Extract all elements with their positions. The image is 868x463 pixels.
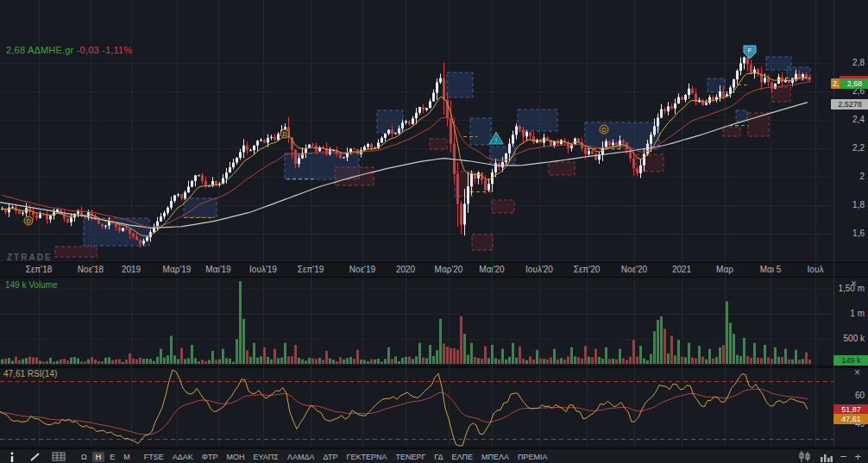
rsi-tick-label: 60 [855,391,865,400]
price-tick-label: 2,8 [852,58,865,67]
x-axis-label: 2021 [672,265,692,274]
x-axis-label: Μαρ [716,265,733,274]
table-grid-icon[interactable] [51,450,66,463]
x-axis-label: Μαι'20 [479,265,505,274]
dividend-marker[interactable]: D [280,129,289,138]
svg-text:D: D [26,218,30,224]
x-axis-label: Νοε'18 [78,265,104,274]
support-zone [430,139,447,149]
resistance-zone [736,110,747,122]
price-tick-label: 2 [859,172,865,181]
ticker-button-ΔΤΡ[interactable]: ΔΤΡ [319,452,341,462]
svg-text:F: F [748,47,752,53]
x-axis-label: Νοε'20 [621,265,648,274]
x-axis-label: Ιουλ'20 [525,265,553,274]
ticker-button-FTSE[interactable]: FTSE [141,452,167,462]
price-tick-label: 1,6 [852,228,865,238]
volume-tick-label: 500 k [844,334,865,343]
bottom-toolbar: ΩΗΕΜ FTSEΑΔΑΚΦΤΡΜΟΗΕΥΑΠΣΛΑΜΔΑΔΤΡΓΕΚΤΕΡΝΑ… [0,448,868,463]
resistance-zone [447,72,473,97]
ticker-button-ΜΠΕΛΑ[interactable]: ΜΠΕΛΑ [478,452,513,462]
x-axis-label: Σεπ'19 [298,265,324,274]
ticker-button-ΓΕΚΤΕΡΝΑ[interactable]: ΓΕΚΤΕΡΝΑ [343,452,390,462]
resistance-zone [708,78,725,92]
x-axis-label: Ιουλ [808,265,824,274]
price-tick-label: 2,4 [852,115,865,124]
svg-text:D: D [601,127,606,133]
ticker-button-ΑΔΑΚ[interactable]: ΑΔΑΚ [169,452,197,462]
resistance-zone [184,198,217,217]
support-zone [492,200,514,213]
ticker-button-ΦΤΡ[interactable]: ΦΤΡ [198,452,222,462]
last-price-badge: 2,68 [840,78,868,89]
dividend-marker[interactable]: D [24,216,33,225]
timeframe-button-Ε[interactable]: Ε [106,452,118,462]
ticker-button-ΓΔ[interactable]: ΓΔ [431,452,446,462]
candlestick-style-icon[interactable] [798,450,812,463]
draw-pencil-icon[interactable] [28,450,42,463]
volume-close-icon[interactable]: × [851,279,857,288]
ticker-button-ΛΑΜΔΑ[interactable]: ΛΑΜΔΑ [284,452,318,462]
zoom-out-button[interactable]: − [840,451,847,462]
svg-text:D: D [282,131,286,137]
timeframe-button-Η[interactable]: Η [92,452,105,462]
x-axis-label: Μαρ'20 [435,265,463,274]
timeframe-button-Μ[interactable]: Μ [120,452,134,462]
x-axis-label: Μαρ'19 [163,265,192,274]
support-zone [472,235,493,250]
support-zone [772,87,790,102]
trading-app: DDDF!Σεπ'18Νοε'182019Μαρ'19Μαι'19Ιουλ'19… [0,0,868,463]
dividend-marker[interactable]: D [600,125,608,134]
ticker-button-ΕΥΑΠΣ[interactable]: ΕΥΑΠΣ [249,452,281,462]
bar-chart-icon[interactable] [820,450,833,463]
ticker-button-ΕΛΠΕ[interactable]: ΕΛΠΕ [449,452,477,462]
ticker-button-ΤΕΝΕΡΓ[interactable]: ΤΕΝΕΡΓ [392,452,429,462]
x-axis-label: Νοε'19 [349,265,376,274]
x-axis-label: 2020 [396,265,416,274]
rsi-badge: 47,61 [833,414,868,424]
svg-text:!: ! [495,137,497,143]
x-axis-label: Ιουλ'19 [249,265,277,274]
x-axis-label: 2019 [122,265,142,274]
timeframe-button-Ω[interactable]: Ω [78,452,91,462]
price-tick-label: 1,8 [852,200,865,210]
ticker-button-ΜΟΗ[interactable]: ΜΟΗ [223,452,248,462]
ticker-button-ΠΡΕΜΙΑ[interactable]: ΠΡΕΜΙΑ [514,452,551,462]
support-zone [55,247,97,257]
x-axis-label: Σεπ'20 [574,265,601,274]
x-axis-label: Μαι'19 [205,265,231,274]
price-chart[interactable]: DDDF!Σεπ'18Νοε'182019Μαρ'19Μαι'19Ιουλ'19… [0,0,868,448]
price-tick-label: 2,2 [852,143,865,153]
support-zone [723,127,740,136]
volume-tick-label: 1 m [850,309,865,318]
support-zone [549,162,575,175]
resistance-zone [470,118,491,145]
x-axis-label: Σεπ'18 [26,265,53,274]
zoom-in-button[interactable]: + [854,451,861,462]
ma-white-badge: 2,5278 [831,99,868,109]
volume-badge: 149 k [833,355,868,366]
info-icon[interactable] [6,450,18,463]
x-axis-label: Μαι 5 [760,265,782,274]
rsi-close-icon[interactable]: × [854,368,860,377]
